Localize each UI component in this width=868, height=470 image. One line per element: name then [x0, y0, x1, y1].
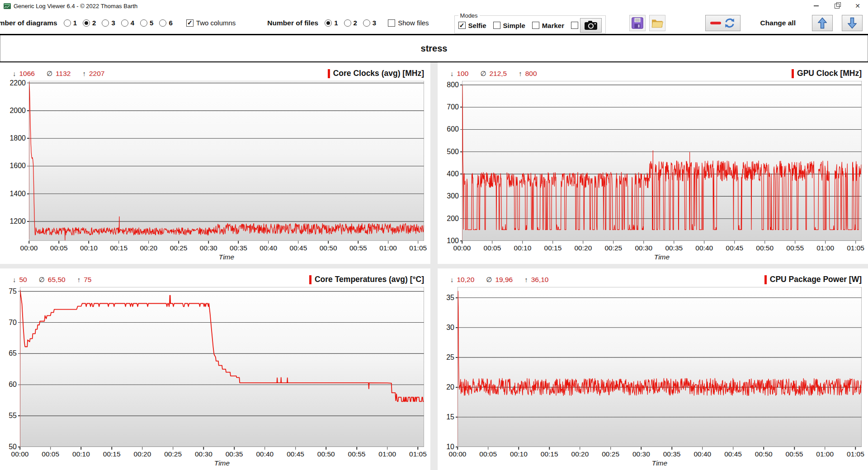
checkbox-icon [532, 22, 539, 29]
radio-option-4[interactable]: 4 [121, 19, 134, 27]
toolbar: Number of diagrams 123456 Two columns Nu… [0, 12, 868, 34]
x-tick-mark [418, 241, 419, 244]
y-tick-label: 65 [9, 349, 20, 357]
x-tick-mark [89, 241, 90, 244]
x-tick-label: 01:05 [409, 450, 427, 458]
save-icon [631, 17, 644, 29]
x-tick-label: 00:00 [11, 450, 29, 458]
camera-button[interactable] [580, 18, 602, 33]
save-button[interactable] [629, 15, 646, 31]
checkbox-icon [186, 19, 193, 27]
window-controls: ✕ [806, 0, 868, 12]
down-arrow-icon [848, 17, 857, 29]
simple-mode-checkbox[interactable]: Simple [493, 22, 525, 29]
radio-option-1[interactable]: 1 [64, 19, 77, 27]
selfie-mode-checkbox[interactable]: Selfie [458, 22, 486, 29]
open-folder-button[interactable] [649, 15, 665, 31]
y-tick-label: 1200 [9, 217, 29, 226]
x-tick-mark [641, 447, 642, 450]
x-tick-label: 00:50 [755, 450, 773, 458]
radio-label: 3 [111, 19, 115, 27]
y-tick-label: 400 [447, 170, 462, 178]
radio-icon [83, 19, 90, 27]
change-all-down-button[interactable] [842, 15, 863, 31]
x-tick-mark [234, 447, 235, 450]
show-files-checkbox[interactable]: Show files [388, 19, 429, 27]
minimize-button[interactable] [806, 0, 826, 12]
x-tick-mark [81, 447, 82, 450]
min-icon: ↓ [13, 276, 16, 283]
x-tick-label: 00:40 [256, 450, 274, 458]
x-tick-mark [118, 241, 119, 244]
x-axis-labels: 00:0000:0500:1000:1500:2000:2500:3000:35… [462, 241, 862, 253]
x-tick-label: 00:55 [786, 450, 803, 458]
x-tick-mark [549, 447, 550, 450]
avg-icon: ∅ [39, 276, 45, 284]
chart-header: ↓50 ∅65,50 ↑75 Core Temperatures (avg) [… [5, 271, 424, 287]
chart-legend: Core Temperatures (avg) [°C] [309, 275, 424, 284]
plot-area [20, 287, 424, 447]
x-tick-mark [795, 241, 796, 244]
x-axis-labels: 00:0000:0500:1000:1500:2000:2500:3000:35… [20, 447, 424, 459]
extra-mode-checkbox[interactable] [571, 22, 578, 29]
x-tick-mark [764, 241, 765, 244]
x-tick-label: 00:15 [544, 244, 562, 252]
x-tick-label: 00:05 [484, 244, 501, 252]
two-columns-checkbox[interactable]: Two columns [186, 19, 236, 27]
chart-header: ↓10,20 ∅19,96 ↑36,10 CPU Package Power [… [442, 271, 862, 287]
x-tick-mark [671, 447, 672, 450]
x-tick-label: 00:35 [226, 450, 243, 458]
x-tick-label: 00:25 [602, 450, 619, 458]
radio-option-3[interactable]: 3 [363, 19, 376, 27]
y-tick-label: 75 [9, 287, 20, 296]
x-tick-label: 01:00 [816, 450, 834, 458]
x-tick-mark [610, 447, 611, 450]
x-tick-label: 00:00 [449, 450, 467, 458]
stat-avg: ∅212,5 [480, 70, 507, 78]
x-tick-label: 00:15 [103, 450, 121, 458]
radio-option-5[interactable]: 5 [140, 19, 153, 27]
y-axis-labels: 353025201510 [442, 287, 458, 447]
x-axis-title: Time [458, 459, 862, 468]
close-button[interactable]: ✕ [847, 0, 868, 12]
x-tick-mark [50, 447, 51, 450]
radio-option-3[interactable]: 3 [102, 19, 115, 27]
max-icon: ↑ [519, 70, 522, 77]
file-count-radio-group: 123 [325, 19, 376, 27]
stat-max: ↑800 [519, 70, 537, 78]
radio-option-6[interactable]: 6 [159, 19, 172, 27]
marker-mode-checkbox[interactable]: Marker [532, 22, 564, 29]
x-tick-mark [328, 241, 329, 244]
x-tick-mark [148, 241, 149, 244]
restore-button[interactable] [826, 0, 847, 12]
radio-icon [325, 19, 332, 27]
x-tick-mark [203, 447, 204, 450]
chart-stats: ↓100 ∅212,5 ↑800 [450, 70, 537, 78]
change-all-up-button[interactable] [812, 15, 833, 31]
radio-option-1[interactable]: 1 [325, 19, 338, 27]
x-tick-label: 00:40 [259, 244, 277, 252]
x-tick-label: 00:45 [287, 450, 304, 458]
radio-label: 1 [73, 19, 77, 27]
radio-icon [140, 19, 147, 27]
legend-label: CPU Package Power [W] [770, 275, 862, 284]
x-tick-mark [734, 241, 735, 244]
stat-min: ↓100 [450, 70, 468, 78]
x-tick-mark [298, 241, 299, 244]
x-tick-label: 00:15 [110, 244, 127, 252]
close-icon: ✕ [855, 3, 860, 9]
x-tick-mark [111, 447, 112, 450]
y-tick-label: 800 [447, 81, 462, 89]
line-style-refresh-button[interactable] [705, 15, 741, 31]
y-axis-labels: 800700600500400300200100 [442, 81, 462, 241]
stat-avg: ∅19,96 [486, 276, 513, 284]
chart-cpu-package-power: ↓10,20 ∅19,96 ↑36,10 CPU Package Power [… [438, 268, 868, 470]
chart-canvas [458, 287, 862, 447]
y-tick-label: 700 [447, 103, 462, 111]
x-tick-mark [855, 447, 856, 450]
radio-option-2[interactable]: 2 [83, 19, 96, 27]
x-tick-mark [58, 241, 59, 244]
x-tick-mark [580, 447, 580, 450]
x-tick-label: 00:30 [635, 244, 652, 252]
radio-option-2[interactable]: 2 [344, 19, 357, 27]
